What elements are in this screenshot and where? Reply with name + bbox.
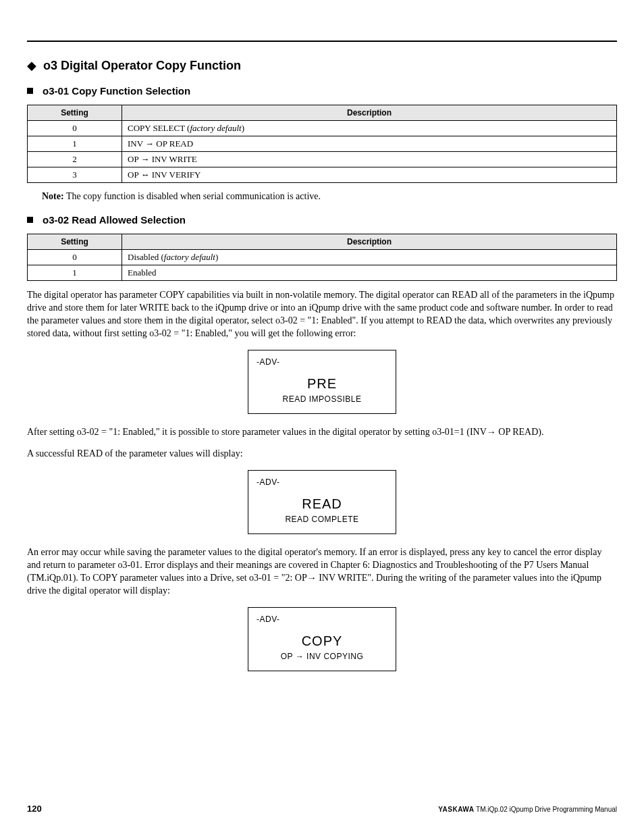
cell-desc-italic: factory default: [190, 123, 241, 133]
display-small: READ COMPLETE: [257, 515, 387, 524]
display-pre: -ADV- PRE READ IMPOSSIBLE: [248, 350, 396, 414]
note-label: Note:: [42, 191, 64, 201]
table-row: 0 COPY SELECT (factory default): [28, 121, 617, 136]
table-o3-01: Setting Description 0 COPY SELECT (facto…: [27, 105, 617, 183]
cell-desc: Disabled (factory default): [122, 250, 617, 265]
page-number: 120: [27, 804, 42, 814]
paragraph-1: The digital operator has parameter COPY …: [27, 289, 617, 340]
table-row: 1 Enabled: [28, 265, 617, 281]
paragraph-4: An error may occur while saving the para…: [27, 546, 617, 598]
display-small: OP → INV COPYING: [257, 652, 387, 661]
paragraph-3: A successful READ of the parameter value…: [27, 448, 617, 461]
cell-desc: INV → OP READ: [122, 136, 617, 152]
cell-desc: OP → INV WRITE: [122, 152, 617, 167]
col-setting: Setting: [28, 105, 122, 121]
col-description: Description: [122, 105, 617, 121]
subsection-1-title: o3-01 Copy Function Selection: [43, 85, 190, 97]
footer-doc: YASKAWA TM.iQp.02 iQpump Drive Programmi…: [438, 806, 617, 813]
display-adv: -ADV-: [257, 357, 387, 367]
cell-desc: Enabled: [122, 265, 617, 281]
cell-desc: COPY SELECT (factory default): [122, 121, 617, 136]
note-copy-disabled: Note: The copy function is disabled when…: [42, 191, 617, 202]
footer-doc-title: TM.iQp.02 iQpump Drive Programming Manua…: [474, 806, 617, 813]
display-big: PRE: [257, 376, 387, 392]
cell-desc-pre: Disabled (: [128, 252, 164, 262]
cell-desc-italic: factory default: [164, 252, 215, 262]
cell-setting: 1: [28, 265, 122, 281]
note-text: The copy function is disabled when seria…: [66, 191, 321, 201]
cell-desc-pre: COPY SELECT (: [128, 123, 190, 133]
display-small: READ IMPOSSIBLE: [257, 394, 387, 404]
section-title: o3 Digital Operator Copy Function: [43, 59, 241, 73]
diamond-icon: ◆: [27, 58, 36, 73]
display-adv: -ADV-: [257, 477, 387, 487]
table-row: 2 OP → INV WRITE: [28, 152, 617, 167]
table-o3-02: Setting Description 0 Disabled (factory …: [27, 234, 617, 281]
display-copy: -ADV- COPY OP → INV COPYING: [248, 607, 396, 671]
cell-setting: 1: [28, 136, 122, 152]
square-icon: [27, 217, 33, 223]
subsection-2-heading-row: o3-02 Read Allowed Selection: [27, 214, 617, 226]
subsection-2-title: o3-02 Read Allowed Selection: [43, 214, 186, 226]
display-big: COPY: [257, 633, 387, 649]
page-footer: 120 YASKAWA TM.iQp.02 iQpump Drive Progr…: [27, 804, 617, 814]
cell-setting: 0: [28, 121, 122, 136]
cell-setting: 2: [28, 152, 122, 167]
col-setting: Setting: [28, 234, 122, 250]
footer-brand: YASKAWA: [438, 806, 474, 813]
table-header-row: Setting Description: [28, 105, 617, 121]
cell-desc-post: ): [242, 123, 244, 133]
cell-setting: 3: [28, 167, 122, 183]
table-row: 3 OP ↔ INV VERIFY: [28, 167, 617, 183]
top-rule: [27, 41, 617, 42]
col-description: Description: [122, 234, 617, 250]
cell-setting: 0: [28, 250, 122, 265]
subsection-1-heading-row: o3-01 Copy Function Selection: [27, 85, 617, 97]
table-header-row: Setting Description: [28, 234, 617, 250]
square-icon: [27, 88, 33, 94]
cell-desc: OP ↔ INV VERIFY: [122, 167, 617, 183]
cell-desc-post: ): [215, 252, 218, 262]
table-row: 1 INV → OP READ: [28, 136, 617, 152]
section-heading-row: ◆ o3 Digital Operator Copy Function: [27, 58, 617, 73]
display-adv: -ADV-: [257, 615, 387, 624]
display-big: READ: [257, 496, 387, 512]
table-row: 0 Disabled (factory default): [28, 250, 617, 265]
paragraph-2: After setting o3-02 = "1: Enabled," it i…: [27, 426, 617, 439]
display-read: -ADV- READ READ COMPLETE: [248, 470, 396, 534]
